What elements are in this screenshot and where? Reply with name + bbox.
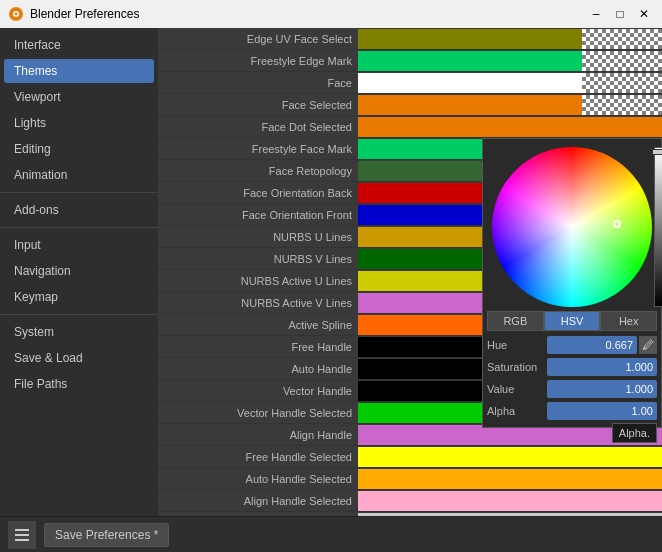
- tab-rgb[interactable]: RGB: [487, 311, 544, 331]
- color-row-label: Face Orientation Back: [158, 187, 358, 199]
- color-swatch-checker: [582, 29, 662, 49]
- color-row-label: Freestyle Face Mark: [158, 143, 358, 155]
- color-swatch-container: [358, 95, 662, 115]
- color-swatch-solid[interactable]: [358, 95, 582, 115]
- saturation-value: 1.000: [625, 361, 653, 373]
- hue-value: 0.667: [605, 339, 633, 351]
- sidebar-item-system[interactable]: System: [4, 320, 154, 344]
- color-row-label: Face: [158, 77, 358, 89]
- sidebar-item-file-paths[interactable]: File Paths: [4, 372, 154, 396]
- saturation-slider[interactable]: 1.000: [547, 358, 657, 376]
- saturation-label: Saturation: [487, 361, 547, 373]
- color-row-label: Free Handle: [158, 341, 358, 353]
- color-swatch-checker: [582, 95, 662, 115]
- color-swatch-solid[interactable]: [358, 29, 582, 49]
- color-picker-popup: RGB HSV Hex Hue 0.667 🖉 Saturation 1.000…: [482, 138, 662, 428]
- color-swatch-solid[interactable]: [358, 73, 582, 93]
- color-swatch-container: [358, 469, 662, 489]
- color-row-label: Auto Handle Selected: [158, 473, 358, 485]
- color-row-label: Vector Handle: [158, 385, 358, 397]
- sidebar-item-keymap[interactable]: Keymap: [4, 285, 154, 309]
- maximize-button[interactable]: □: [610, 4, 630, 24]
- color-swatch-container: [358, 29, 662, 49]
- color-row-label: Face Dot Selected: [158, 121, 358, 133]
- title-bar: Blender Preferences – □ ✕: [0, 0, 662, 28]
- color-swatch-container: [358, 73, 662, 93]
- color-row-label: NURBS Active V Lines: [158, 297, 358, 309]
- color-mode-tabs: RGB HSV Hex: [487, 311, 657, 331]
- hue-slider[interactable]: 0.667: [547, 336, 637, 354]
- minimize-button[interactable]: –: [586, 4, 606, 24]
- sidebar-separator-3: [0, 314, 158, 315]
- hue-label: Hue: [487, 339, 547, 351]
- window-title: Blender Preferences: [30, 7, 582, 21]
- sidebar-item-editing[interactable]: Editing: [4, 137, 154, 161]
- color-swatch-solid[interactable]: [358, 491, 662, 511]
- sidebar-item-addons[interactable]: Add-ons: [4, 198, 154, 222]
- value-row: Value 1.000: [487, 379, 657, 399]
- color-row-label: Edge UV Face Select: [158, 33, 358, 45]
- color-swatch-solid[interactable]: [358, 447, 662, 467]
- bottom-bar: Save Preferences *: [0, 516, 662, 552]
- value-bar[interactable]: [654, 147, 662, 307]
- content-area: Edge UV Face SelectFreestyle Edge MarkFa…: [158, 28, 662, 516]
- color-row: Face Selected: [158, 94, 662, 116]
- sidebar: Interface Themes Viewport Lights Editing…: [0, 28, 158, 516]
- main-layout: Interface Themes Viewport Lights Editing…: [0, 28, 662, 516]
- color-row-label: Active Spline: [158, 319, 358, 331]
- color-swatch-container: [358, 117, 662, 137]
- value-value: 1.000: [625, 383, 653, 395]
- alpha-label: Alpha: [487, 405, 547, 417]
- sidebar-separator-2: [0, 227, 158, 228]
- value-bar-handle[interactable]: [652, 149, 662, 155]
- alpha-slider[interactable]: 1.00: [547, 402, 657, 420]
- color-wheel[interactable]: [492, 147, 652, 307]
- color-row: Last Selected Point: [158, 512, 662, 516]
- hamburger-button[interactable]: [8, 521, 36, 549]
- color-row-label: Freestyle Edge Mark: [158, 55, 358, 67]
- color-row: Face Dot Selected: [158, 116, 662, 138]
- value-slider[interactable]: 1.000: [547, 380, 657, 398]
- tab-hsv[interactable]: HSV: [544, 311, 601, 331]
- sidebar-item-interface[interactable]: Interface: [4, 33, 154, 57]
- color-swatch-checker: [582, 51, 662, 71]
- color-row-label: Vector Handle Selected: [158, 407, 358, 419]
- color-row-label: Align Handle Selected: [158, 495, 358, 507]
- close-button[interactable]: ✕: [634, 4, 654, 24]
- color-row-label: Face Orientation Front: [158, 209, 358, 221]
- eyedropper-button[interactable]: 🖉: [639, 336, 657, 354]
- save-preferences-button[interactable]: Save Preferences *: [44, 523, 169, 547]
- sidebar-item-lights[interactable]: Lights: [4, 111, 154, 135]
- color-row: Auto Handle Selected: [158, 468, 662, 490]
- color-swatch-container: [358, 51, 662, 71]
- color-row: Align Handle Selected: [158, 490, 662, 512]
- color-wheel-container[interactable]: [492, 147, 652, 307]
- color-row-label: Align Handle: [158, 429, 358, 441]
- color-row: Face: [158, 72, 662, 94]
- color-swatch-solid[interactable]: [358, 117, 662, 137]
- color-swatch-solid[interactable]: [358, 51, 582, 71]
- sidebar-item-themes[interactable]: Themes: [4, 59, 154, 83]
- tab-hex[interactable]: Hex: [600, 311, 657, 331]
- color-swatch-checker: [582, 73, 662, 93]
- color-row-label: Auto Handle: [158, 363, 358, 375]
- hamburger-line-1: [15, 529, 29, 531]
- sidebar-separator-1: [0, 192, 158, 193]
- wheel-dot: [613, 220, 621, 228]
- sidebar-item-viewport[interactable]: Viewport: [4, 85, 154, 109]
- color-swatch-container: [358, 491, 662, 511]
- color-row-label: Free Handle Selected: [158, 451, 358, 463]
- sidebar-item-save-load[interactable]: Save & Load: [4, 346, 154, 370]
- color-swatch-container: [358, 447, 662, 467]
- color-row-label: Face Selected: [158, 99, 358, 111]
- color-swatch-solid[interactable]: [358, 513, 662, 517]
- sidebar-item-navigation[interactable]: Navigation: [4, 259, 154, 283]
- color-row: Freestyle Edge Mark: [158, 50, 662, 72]
- svg-point-2: [15, 13, 18, 16]
- sidebar-item-animation[interactable]: Animation: [4, 163, 154, 187]
- saturation-row: Saturation 1.000: [487, 357, 657, 377]
- sidebar-item-input[interactable]: Input: [4, 233, 154, 257]
- color-swatch-solid[interactable]: [358, 469, 662, 489]
- hamburger-line-2: [15, 534, 29, 536]
- hamburger-line-3: [15, 539, 29, 541]
